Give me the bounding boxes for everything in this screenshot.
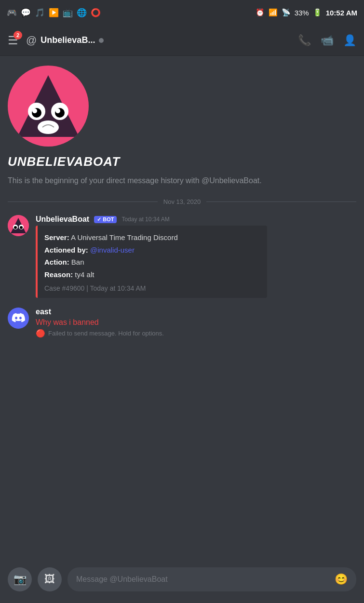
status-bar: 🎮 💬 🎵 ▶️ 📺 🌐 ⭕ ⏰ 📶 📡 33% 🔋 10:52 AM — [0, 0, 364, 25]
user-message-group: east Why was i banned 🔴 Failed to send m… — [8, 308, 356, 338]
call-icon[interactable]: 📞 — [298, 34, 311, 47]
bottom-bar: 📷 🖼 Message @UnbelievaBoat 😊 — [0, 562, 364, 603]
bot-message-group: UnbelievaBoat ✓ BOT Today at 10:34 AM Se… — [8, 215, 356, 298]
user-message-header: east — [36, 308, 356, 316]
svg-point-5 — [32, 108, 37, 113]
dm-avatar — [8, 66, 89, 147]
embed-actioned-value: @invalid-user — [90, 246, 135, 254]
presence-dot — [99, 38, 104, 43]
image-icon: 🖼 — [44, 573, 55, 586]
battery-text: 33% — [295, 9, 309, 17]
date-line-right — [206, 201, 356, 202]
embed-reason-value: ty4 alt — [75, 270, 94, 279]
embed-action-label: Action: — [44, 258, 69, 266]
message-input-placeholder: Message @UnbelievaBoat — [76, 575, 168, 584]
bot-message-content: UnbelievaBoat ✓ BOT Today at 10:34 AM Se… — [36, 215, 356, 298]
signal-icon: 📡 — [282, 8, 291, 17]
date-divider: Nov 13, 2020 — [8, 198, 356, 205]
battery-icon: 🔋 — [313, 8, 322, 17]
date-text: Nov 13, 2020 — [163, 198, 201, 205]
user-author-name: east — [36, 308, 51, 316]
nav-icons: 📞 📹 👤 — [298, 34, 356, 47]
video-call-icon[interactable]: 📹 — [321, 34, 334, 47]
status-bar-left: 🎮 💬 🎵 ▶️ 📺 🌐 ⭕ — [7, 8, 101, 18]
profile-icon[interactable]: 👤 — [343, 34, 356, 47]
dm-username: UNBELIEVABOAT — [8, 154, 120, 169]
embed-actioned-label: Actioned by: — [44, 246, 88, 254]
camera-button[interactable]: 📷 — [8, 567, 32, 591]
error-icon: 🔴 — [36, 329, 45, 338]
embed-actioned-line: Actioned by: @invalid-user — [44, 244, 260, 256]
dm-description: This is the beginning of your direct mes… — [8, 175, 262, 187]
embed-action-line: Action: Ban — [44, 256, 260, 268]
svg-point-6 — [55, 108, 60, 113]
embed-reason-label: Reason: — [44, 270, 73, 279]
svg-point-7 — [38, 121, 59, 134]
message-input[interactable]: Message @UnbelievaBoat 😊 — [67, 567, 356, 591]
svg-point-13 — [20, 226, 23, 229]
user-message-text: Why was i banned — [36, 318, 356, 327]
wifi-icon: 📶 — [269, 8, 278, 17]
chat-content: UNBELIEVABOAT This is the beginning of y… — [0, 56, 364, 562]
bot-message-header: UnbelievaBoat ✓ BOT Today at 10:34 AM — [36, 215, 356, 224]
bot-badge: ✓ BOT — [94, 216, 117, 223]
status-bar-right: ⏰ 📶 📡 33% 🔋 10:52 AM — [256, 8, 357, 17]
embed-action-value: Ban — [71, 258, 84, 266]
channel-name: UnbelievaB... — [40, 35, 95, 45]
embed-server-label: Server: — [44, 233, 69, 241]
date-line-left — [8, 201, 158, 202]
alarm-icon: ⏰ — [256, 8, 265, 17]
camera-icon: 📷 — [13, 573, 27, 586]
emoji-button[interactable]: 😊 — [335, 573, 348, 586]
user-message-content: east Why was i banned 🔴 Failed to send m… — [36, 308, 356, 338]
notification-badge: 2 — [13, 31, 22, 40]
channel-title: @ UnbelievaB... — [26, 34, 290, 47]
top-nav: ☰ 2 @ UnbelievaB... 📞 📹 👤 — [0, 25, 364, 56]
error-text: Failed to send message. Hold for options… — [48, 330, 164, 337]
embed-footer: Case #49600 | Today at 10:34 AM — [44, 284, 260, 292]
bot-author-name: UnbelievaBoat — [36, 215, 89, 224]
bot-timestamp: Today at 10:34 AM — [121, 216, 169, 223]
bot-avatar — [8, 215, 29, 236]
error-message: 🔴 Failed to send message. Hold for optio… — [36, 329, 356, 338]
user-avatar — [8, 308, 29, 329]
embed-server-line: Server: A Universal Time Trading Discord — [44, 231, 260, 244]
time-display: 10:52 AM — [326, 9, 357, 17]
dm-header: UNBELIEVABOAT This is the beginning of y… — [8, 66, 356, 187]
at-symbol: @ — [26, 34, 37, 47]
bot-embed: Server: A Universal Time Trading Discord… — [36, 226, 267, 298]
image-button[interactable]: 🖼 — [38, 567, 62, 591]
embed-server-value: A Universal Time Trading Discord — [71, 233, 178, 241]
menu-button-wrap[interactable]: ☰ 2 — [8, 34, 18, 47]
svg-point-12 — [14, 226, 17, 229]
embed-reason-line: Reason: ty4 alt — [44, 268, 260, 281]
